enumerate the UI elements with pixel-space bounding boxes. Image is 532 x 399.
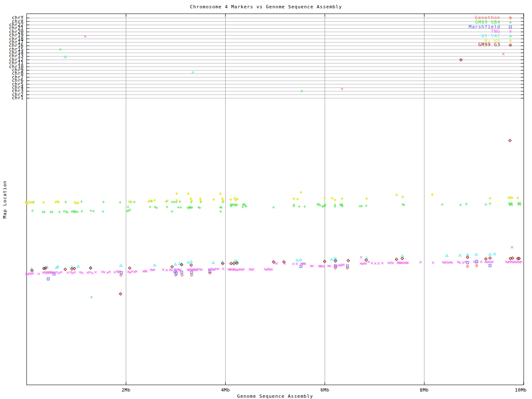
data-point-tng — [79, 271, 81, 273]
data-point-tng — [276, 262, 278, 264]
data-point-tng — [392, 262, 394, 264]
data-point-gm99-gb4 — [316, 203, 319, 206]
data-point-wi-rh — [229, 198, 232, 201]
data-point-wi-rh — [166, 200, 169, 202]
data-point-tng — [69, 271, 71, 273]
data-point-gm99-gb4 — [219, 210, 222, 213]
data-point-tng — [365, 262, 367, 264]
data-point-wi-yac — [466, 254, 469, 256]
data-point-tng — [170, 269, 172, 271]
data-point-wi-rh — [42, 201, 45, 204]
data-point-gm99-g3 — [401, 257, 404, 260]
data-point-gm99-g3 — [73, 267, 76, 270]
data-point-wi-rh — [153, 199, 156, 202]
data-point-gm99-gb4 — [166, 206, 168, 208]
data-point-gm99-gb4 — [241, 206, 244, 208]
data-point-gm99-gb4 — [220, 206, 223, 209]
data-point-wi-yac — [46, 266, 48, 268]
data-point-wi-rh — [431, 193, 433, 196]
data-point-gm99-gb4 — [180, 206, 182, 209]
data-point-gm99-gb4 — [519, 202, 521, 204]
data-point-gm99-gb4 — [191, 206, 193, 209]
data-point-marshfield — [190, 271, 193, 273]
data-point-wi-rh — [187, 192, 190, 195]
data-point-tng — [200, 268, 202, 271]
data-point-tng — [374, 262, 376, 264]
data-point-wi-yac — [212, 261, 214, 264]
data-point-wi-rh — [149, 200, 151, 202]
data-point-gm99-gb4 — [319, 204, 321, 207]
data-point-wi-rh — [200, 200, 202, 202]
data-point-wi-rh — [190, 200, 193, 202]
data-point-gm99-gb4 — [43, 211, 46, 213]
data-point-gm99-gb4 — [133, 201, 135, 203]
data-point-tng — [81, 272, 83, 274]
data-point-tng — [360, 256, 362, 258]
data-point-gm99-gb4 — [441, 203, 443, 206]
data-point-gm99-gb4 — [519, 203, 522, 206]
data-point-tng — [296, 263, 298, 265]
data-point-genethon — [475, 264, 478, 267]
data-point-tng — [91, 272, 93, 274]
data-point-wi-rh — [57, 201, 60, 203]
data-point-tng — [66, 271, 69, 273]
data-point-gm99-gb4 — [293, 205, 295, 207]
data-point-wi-yac — [187, 261, 190, 264]
data-point-tng — [340, 264, 342, 266]
data-point-wi-rh — [236, 198, 239, 200]
data-point-wi-rh — [323, 197, 326, 200]
x-tick-label: 2Mb — [122, 387, 131, 393]
data-point-tng — [153, 268, 155, 271]
data-point-tng — [165, 269, 167, 271]
data-point-tng — [101, 271, 103, 273]
data-point-wi-rh — [517, 197, 519, 199]
data-point-gm99-gb4 — [365, 204, 367, 207]
data-point-gm99-gb4 — [126, 210, 128, 212]
data-point-wi-rh — [395, 194, 398, 196]
data-point-tng — [189, 268, 191, 270]
data-point-gm99-gb4 — [485, 203, 487, 206]
data-point-wi-rh — [77, 202, 79, 204]
data-point-gm99-gb4 — [71, 210, 73, 213]
data-point-wi-yac — [190, 261, 192, 263]
chart-canvas: Chromosome 4 Markers vs Genome Sequence … — [0, 0, 532, 399]
data-point-wi-yac — [174, 263, 177, 266]
data-point-tng — [135, 270, 137, 272]
data-point-gm99-gb4 — [90, 209, 92, 212]
data-point-gm99-gb4 — [272, 206, 275, 209]
data-point-tng — [106, 271, 108, 273]
data-point-gm99-gb4 — [179, 200, 181, 203]
y-tick-label: chr1 — [12, 95, 24, 101]
data-point-gm99-g3 — [128, 267, 131, 270]
data-point-gm99-gb4 — [489, 202, 491, 205]
data-point-tng — [389, 261, 392, 264]
data-point-marshfield — [466, 261, 469, 264]
data-point-wi-rh — [219, 192, 222, 195]
data-point-gm99-g3 — [466, 256, 469, 259]
data-point-gm99-gb4 — [102, 201, 105, 203]
data-point-gm99-gb4 — [90, 296, 93, 298]
data-point-genethon — [190, 274, 193, 276]
data-point-wi-yac — [489, 253, 491, 256]
data-point-tng — [89, 271, 91, 273]
data-point-gm99-g3 — [119, 293, 122, 296]
data-point-tng — [342, 264, 345, 266]
data-point-gm99-gb4 — [403, 204, 405, 206]
data-point-tng — [74, 271, 76, 273]
data-point-wi-yac — [459, 254, 461, 256]
data-point-tng — [292, 263, 294, 265]
data-point-tng — [131, 270, 133, 272]
data-point-tng — [367, 261, 369, 263]
data-point-genethon — [209, 272, 211, 274]
data-point-marshfield — [489, 264, 491, 267]
data-point-gm99-gb4 — [236, 204, 238, 206]
data-point-gm99-gb4 — [92, 210, 95, 212]
data-point-gm99-gb4 — [58, 211, 61, 213]
data-point-wi-rh — [28, 201, 30, 203]
data-point-tng — [103, 271, 105, 273]
data-point-wi-rh — [489, 197, 491, 200]
data-point-gm99-gb4 — [119, 201, 121, 204]
data-point-tng — [242, 268, 244, 270]
data-point-tng — [419, 261, 421, 263]
data-point-wi-yac — [299, 259, 302, 261]
